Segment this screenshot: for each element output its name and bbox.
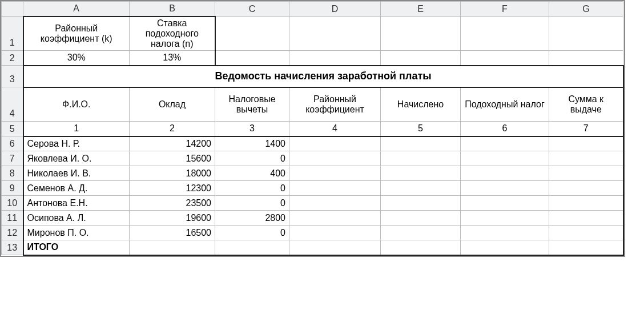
row-header-10[interactable]: 10 [2, 196, 23, 211]
row-header-12[interactable]: 12 [2, 226, 23, 240]
cell-empty[interactable] [549, 196, 623, 211]
cell-fio[interactable]: Яковлева И. О. [23, 151, 130, 166]
cell-ded[interactable]: 0 [215, 151, 289, 166]
colnum-3[interactable]: 3 [215, 122, 289, 136]
sheet-title[interactable]: Ведомость начисления заработной платы [23, 66, 623, 87]
select-all-corner[interactable] [2, 2, 23, 17]
cell-B2[interactable]: 13% [130, 51, 215, 66]
cell-E2[interactable] [381, 51, 461, 66]
cell-empty[interactable] [289, 226, 381, 240]
cell-empty[interactable] [549, 166, 623, 181]
cell-empty[interactable] [381, 196, 461, 211]
col-header-E[interactable]: E [381, 2, 461, 17]
cell-empty[interactable] [461, 196, 549, 211]
row-header-2[interactable]: 2 [2, 51, 23, 66]
row-header-9[interactable]: 9 [2, 181, 23, 196]
row-header-3[interactable]: 3 [2, 66, 23, 87]
col-header-D[interactable]: D [289, 2, 381, 17]
colnum-1[interactable]: 1 [23, 122, 130, 136]
colnum-5[interactable]: 5 [381, 122, 461, 136]
cell-empty[interactable] [549, 240, 623, 255]
cell-B1[interactable]: Ставка подоходного налога (n) [130, 17, 215, 51]
cell-ded[interactable]: 0 [215, 196, 289, 211]
colnum-4[interactable]: 4 [289, 122, 381, 136]
cell-E1[interactable] [381, 17, 461, 51]
cell-empty[interactable] [381, 151, 461, 166]
cell-fio[interactable]: Семенов А. Д. [23, 181, 130, 196]
col-header-A[interactable]: A [23, 2, 130, 17]
cell-A2[interactable]: 30% [23, 51, 130, 66]
row-header-5[interactable]: 5 [2, 122, 23, 136]
colnum-7[interactable]: 7 [549, 122, 623, 136]
cell-empty[interactable] [289, 196, 381, 211]
cell-ded[interactable]: 0 [215, 226, 289, 240]
cell-G2[interactable] [549, 51, 623, 66]
row-header-11[interactable]: 11 [2, 211, 23, 226]
cell-empty[interactable] [461, 226, 549, 240]
header-salary[interactable]: Оклад [130, 87, 215, 122]
cell-salary[interactable]: 15600 [130, 151, 215, 166]
cell-empty[interactable] [381, 166, 461, 181]
cell-empty[interactable] [461, 151, 549, 166]
cell-C2[interactable] [215, 51, 289, 66]
cell-empty[interactable] [381, 181, 461, 196]
row-header-8[interactable]: 8 [2, 166, 23, 181]
cell-salary[interactable]: 14200 [130, 136, 215, 151]
cell-empty[interactable] [289, 240, 381, 255]
row-header-7[interactable]: 7 [2, 151, 23, 166]
cell-empty[interactable] [549, 136, 623, 151]
cell-empty[interactable] [549, 151, 623, 166]
row-header-1[interactable]: 1 [2, 17, 23, 51]
cell-F2[interactable] [461, 51, 549, 66]
cell-empty[interactable] [381, 240, 461, 255]
cell-empty[interactable] [289, 211, 381, 226]
colnum-6[interactable]: 6 [461, 122, 549, 136]
cell-ded[interactable]: 2800 [215, 211, 289, 226]
cell-fio[interactable]: Серова Н. Р. [23, 136, 130, 151]
cell-fio[interactable]: Миронов П. О. [23, 226, 130, 240]
header-fio[interactable]: Ф.И.О. [23, 87, 130, 122]
cell-F1[interactable] [461, 17, 549, 51]
cell-salary[interactable]: 23500 [130, 196, 215, 211]
cell-empty[interactable] [549, 226, 623, 240]
cell-salary[interactable]: 16500 [130, 226, 215, 240]
cell-empty[interactable] [381, 211, 461, 226]
cell-empty[interactable] [289, 181, 381, 196]
cell-empty[interactable] [289, 151, 381, 166]
cell-empty[interactable] [289, 136, 381, 151]
cell-empty[interactable] [461, 136, 549, 151]
cell-ded[interactable]: 400 [215, 166, 289, 181]
header-to-pay[interactable]: Сумма к выдаче [549, 87, 623, 122]
row-header-4[interactable]: 4 [2, 87, 23, 122]
cell-fio[interactable]: Осипова А. Л. [23, 211, 130, 226]
row-header-13[interactable]: 13 [2, 240, 23, 255]
cell-empty[interactable] [381, 136, 461, 151]
col-header-F[interactable]: F [461, 2, 549, 17]
header-regional[interactable]: Районный коэффициент [289, 87, 381, 122]
cell-fio[interactable]: Николаев И. В. [23, 166, 130, 181]
col-header-B[interactable]: B [130, 2, 215, 17]
cell-empty[interactable] [549, 211, 623, 226]
row-header-6[interactable]: 6 [2, 136, 23, 151]
total-label[interactable]: ИТОГО [23, 240, 130, 255]
colnum-2[interactable]: 2 [130, 122, 215, 136]
cell-empty[interactable] [130, 240, 215, 255]
header-deductions[interactable]: Налоговые вычеты [215, 87, 289, 122]
cell-empty[interactable] [381, 226, 461, 240]
cell-D2[interactable] [289, 51, 381, 66]
cell-ded[interactable]: 1400 [215, 136, 289, 151]
cell-fio[interactable]: Антонова Е.Н. [23, 196, 130, 211]
cell-empty[interactable] [289, 166, 381, 181]
spreadsheet-grid[interactable]: A B C D E F G 1 Районный коэффициент (k)… [0, 0, 625, 257]
col-header-G[interactable]: G [549, 2, 623, 17]
cell-salary[interactable]: 18000 [130, 166, 215, 181]
cell-ded[interactable]: 0 [215, 181, 289, 196]
cell-empty[interactable] [461, 181, 549, 196]
header-income-tax[interactable]: Подоходный налог [461, 87, 549, 122]
cell-empty[interactable] [215, 240, 289, 255]
cell-empty[interactable] [461, 211, 549, 226]
cell-empty[interactable] [461, 240, 549, 255]
cell-C1[interactable] [215, 17, 289, 51]
cell-empty[interactable] [549, 181, 623, 196]
cell-D1[interactable] [289, 17, 381, 51]
